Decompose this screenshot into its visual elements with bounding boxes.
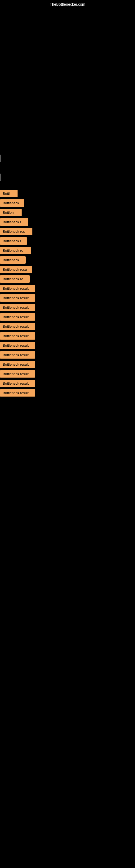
bottleneck-result-item: Bottleneck result — [0, 342, 35, 349]
bottleneck-result-item: Bottleneck — [0, 199, 24, 207]
site-title: TheBottlenecker.com — [50, 2, 85, 6]
bottleneck-items-container: BottlBottleneckBottlenBottleneck rBottle… — [0, 190, 135, 399]
bottleneck-result-item: Bottleneck result — [0, 389, 35, 397]
bottleneck-result-item: Bottleneck result — [0, 370, 35, 378]
bottleneck-result-item: Bottleneck result — [0, 380, 35, 387]
cursor-line-2 — [1, 174, 1, 181]
bottleneck-result-item: Bottleneck result — [0, 361, 35, 368]
bottleneck-result-item: Bottleneck result — [0, 323, 35, 330]
bottleneck-result-item: Bottl — [0, 190, 17, 197]
bottleneck-result-item: Bottleneck result — [0, 313, 35, 321]
bottleneck-result-item: Bottleneck result — [0, 332, 35, 340]
bottleneck-result-item: Bottleneck res — [0, 228, 32, 235]
bottleneck-result-item: Bottleneck resu — [0, 266, 32, 273]
bottleneck-result-item: Bottleneck re — [0, 247, 31, 254]
bottleneck-result-item: Bottleneck — [0, 256, 26, 264]
cursor-line-1 — [1, 155, 1, 162]
bottleneck-result-item: Bottleneck r — [0, 237, 27, 245]
bottleneck-result-item: Bottleneck r — [0, 218, 28, 226]
bottleneck-result-item: Bottleneck result — [0, 285, 35, 292]
bottleneck-result-item: Bottleneck result — [0, 304, 35, 311]
bottleneck-result-item: Bottleneck result — [0, 351, 35, 359]
bottleneck-result-item: Bottlen — [0, 209, 21, 216]
bottleneck-result-item: Bottleneck re — [0, 275, 30, 283]
bottleneck-result-item: Bottleneck result — [0, 294, 35, 302]
